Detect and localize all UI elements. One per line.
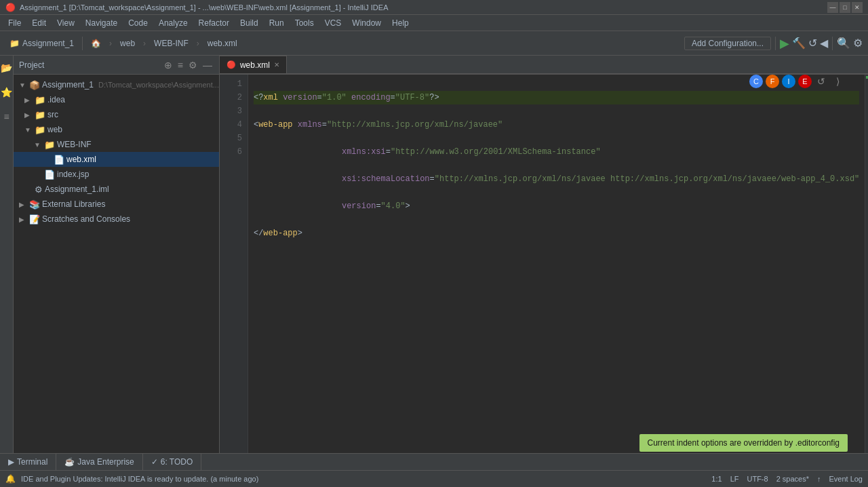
menu-analyze[interactable]: Analyze xyxy=(153,17,193,29)
editor-area: 🔴 web.xml ✕ 1 2 3 4 5 6 <?xml version="1… xyxy=(220,56,868,453)
tree-item-src[interactable]: ▶ 📁 src xyxy=(14,107,219,122)
tree-arrow-webinf: ▼ xyxy=(34,141,42,149)
back-icon[interactable]: ◀ xyxy=(820,37,828,50)
status-position[interactable]: 1:1 xyxy=(711,475,722,483)
menu-run[interactable]: Run xyxy=(264,17,290,29)
tree-item-web[interactable]: ▼ 📁 web xyxy=(14,122,219,137)
project-tree: ▼ 📦 Assignment_1 D:\Tomcat_workspace\Ass… xyxy=(14,75,219,453)
settings-toolbar-icon[interactable]: ⚙ xyxy=(853,37,863,50)
status-event-log[interactable]: Event Log xyxy=(829,475,863,483)
status-git[interactable]: ↑ xyxy=(817,475,821,483)
code-editor[interactable]: <?xml version="1.0" encoding="UTF-8"?> <… xyxy=(248,75,865,453)
menu-edit[interactable]: Edit xyxy=(26,17,52,29)
reload-icon[interactable]: ↺ xyxy=(808,37,817,50)
bottom-tab-todo[interactable]: ✓ 6: TODO xyxy=(143,454,202,471)
browser-ie-icon[interactable]: I xyxy=(782,75,795,88)
toolbar: 📁 Assignment_1 🏠 › web › WEB-INF › web.x… xyxy=(0,31,868,56)
browser-edge-icon[interactable]: E xyxy=(798,75,812,88)
tree-label-extlibs: External Libraries xyxy=(42,199,105,209)
project-icon-small: 🏠 xyxy=(91,39,101,48)
close-button[interactable]: ✕ xyxy=(852,2,863,13)
editor-gutter xyxy=(865,75,868,453)
tree-arrow-src: ▶ xyxy=(24,111,33,119)
status-line-ending[interactable]: LF xyxy=(730,475,739,483)
breadcrumb-file-label: web.xml xyxy=(208,39,237,48)
status-indent[interactable]: 2 spaces* xyxy=(776,475,809,483)
project-selector[interactable]: 📁 Assignment_1 xyxy=(5,37,78,50)
add-configuration-button[interactable]: Add Configuration... xyxy=(684,37,771,50)
project-collapse-all[interactable]: ⊕ xyxy=(163,60,174,71)
left-project-icon[interactable]: 📂 xyxy=(0,61,14,75)
window-controls: — □ ✕ xyxy=(827,2,863,13)
project-settings-icon[interactable]: ≡ xyxy=(176,60,184,71)
run-button[interactable]: ▶ xyxy=(780,36,789,51)
browser-reload-icon[interactable]: ↺ xyxy=(814,75,828,88)
browser-chrome-icon[interactable]: C xyxy=(749,75,763,88)
build-icon[interactable]: 🔨 xyxy=(792,37,806,50)
menu-navigate[interactable]: Navigate xyxy=(80,17,123,29)
menu-file[interactable]: File xyxy=(3,17,26,29)
tree-label-indexjsp: index.jsp xyxy=(57,170,89,179)
todo-icon: ✓ xyxy=(151,457,158,467)
maximize-button[interactable]: □ xyxy=(840,2,850,13)
tab-label-webxml: web.xml xyxy=(240,60,270,70)
project-panel: Project ⊕ ≡ ⚙ — ▼ 📦 Assignment_1 D:\Tomc… xyxy=(14,56,220,453)
line-num-5: 5 xyxy=(220,132,242,145)
menu-tools[interactable]: Tools xyxy=(290,17,319,29)
breadcrumb-web-label: web xyxy=(120,39,135,48)
line-num-1: 1 xyxy=(220,77,242,91)
bottom-tab-terminal-label: Terminal xyxy=(17,457,47,467)
breadcrumb-root: 🏠 xyxy=(87,37,105,50)
main-content: 📂 ⭐ ≡ Project ⊕ ≡ ⚙ — ▼ 📦 Assignment_1 D… xyxy=(0,56,868,453)
tree-item-extlibs[interactable]: ▶ 📚 External Libraries xyxy=(14,197,219,212)
editor-tab-webxml[interactable]: 🔴 web.xml ✕ xyxy=(220,56,287,73)
iml-file-icon: ⚙ xyxy=(35,184,43,195)
tree-label-assignment1: Assignment_1 xyxy=(42,80,94,90)
toast-notification: Current indent options are overridden by… xyxy=(639,434,848,452)
webxml-file-icon: 📄 xyxy=(54,155,64,165)
bottom-tab-java-enterprise-label: Java Enterprise xyxy=(77,457,134,467)
menu-bar: File Edit View Navigate Code Analyze Ref… xyxy=(0,15,868,31)
tree-item-indexjsp[interactable]: ▶ 📄 index.jsp xyxy=(14,167,219,182)
status-encoding[interactable]: UTF-8 xyxy=(747,475,768,483)
bottom-tab-java-enterprise[interactable]: ☕ Java Enterprise xyxy=(56,454,142,471)
line-num-6: 6 xyxy=(220,145,242,159)
menu-window[interactable]: Window xyxy=(347,17,387,29)
menu-view[interactable]: View xyxy=(52,17,80,29)
left-structure-icon[interactable]: ≡ xyxy=(0,110,14,123)
tab-xml-icon: 🔴 xyxy=(226,60,236,69)
code-line-5: version="4.0"> xyxy=(254,199,859,213)
status-update-text[interactable]: IDE and Plugin Updates: IntelliJ IDEA is… xyxy=(21,475,258,483)
tree-item-assignment1[interactable]: ▼ 📦 Assignment_1 D:\Tomcat_workspace\Ass… xyxy=(14,77,219,92)
breadcrumb-file[interactable]: web.xml xyxy=(203,37,241,50)
project-panel-title: Project xyxy=(19,60,160,70)
menu-help[interactable]: Help xyxy=(387,17,414,29)
menu-vcs[interactable]: VCS xyxy=(319,17,347,29)
tree-label-web: web xyxy=(47,125,62,134)
browser-more-icon[interactable]: ⟩ xyxy=(831,75,844,88)
project-close-icon[interactable]: — xyxy=(201,60,214,71)
left-favorites-icon[interactable]: ⭐ xyxy=(0,85,14,99)
breadcrumb-web[interactable]: web xyxy=(116,37,139,50)
tree-item-iml[interactable]: ▶ ⚙ Assignment_1.iml xyxy=(14,182,219,197)
tree-item-webinf[interactable]: ▼ 📁 WEB-INF xyxy=(14,137,219,152)
minimize-button[interactable]: — xyxy=(827,2,838,13)
tree-item-webxml[interactable]: ▶ 📄 web.xml xyxy=(14,152,219,167)
breadcrumb-webinf[interactable]: WEB-INF xyxy=(150,37,193,50)
tree-item-scratches[interactable]: ▶ 📝 Scratches and Consoles xyxy=(14,212,219,227)
bottom-tab-terminal[interactable]: ▶ Terminal xyxy=(0,454,56,471)
tree-path-assignment1: D:\Tomcat_workspace\Assignment... xyxy=(98,81,219,89)
search-toolbar-icon[interactable]: 🔍 xyxy=(837,37,850,50)
menu-code[interactable]: Code xyxy=(123,17,153,29)
browser-firefox-icon[interactable]: F xyxy=(766,75,779,88)
module-icon: 📦 xyxy=(29,80,40,90)
menu-refactor[interactable]: Refactor xyxy=(193,17,235,29)
tree-label-webxml: web.xml xyxy=(66,155,96,164)
status-bar: 🔔 IDE and Plugin Updates: IntelliJ IDEA … xyxy=(0,470,868,487)
tree-item-idea[interactable]: ▶ 📁 .idea xyxy=(14,92,219,107)
tab-close-webxml[interactable]: ✕ xyxy=(274,61,279,69)
update-icon: 🔔 xyxy=(5,474,16,484)
menu-build[interactable]: Build xyxy=(235,17,264,29)
project-gear-icon[interactable]: ⚙ xyxy=(187,60,199,71)
status-right: 1:1 LF UTF-8 2 spaces* ↑ Event Log xyxy=(711,475,863,483)
